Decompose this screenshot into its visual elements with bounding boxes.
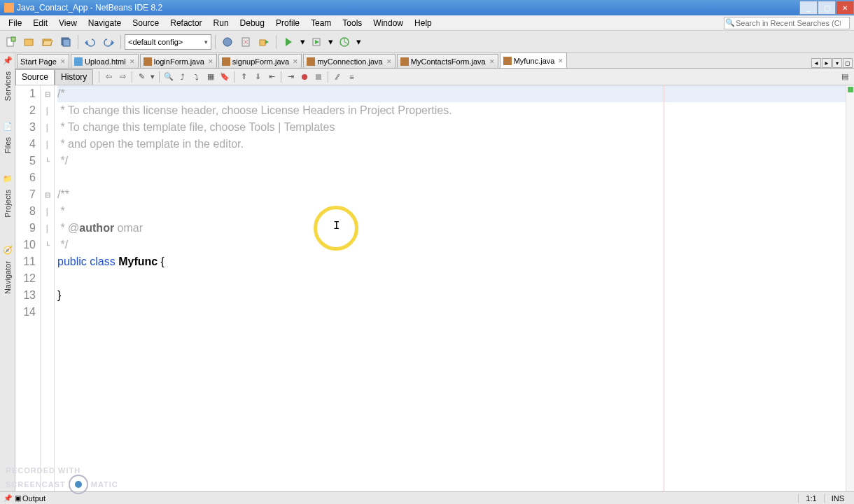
profile-button[interactable]	[336, 34, 353, 50]
output-pin-icon[interactable]: 📌	[3, 494, 13, 503]
source-tab[interactable]: Source	[15, 69, 55, 85]
run-button[interactable]	[280, 34, 297, 50]
tab-signupform[interactable]: signupForm.java ✕	[218, 54, 302, 68]
toggle-bookmark-button[interactable]: 🔖	[218, 71, 231, 83]
fold-gutter[interactable]: ⊟│││└⊟││└	[41, 85, 55, 491]
macro-stop-button[interactable]	[312, 71, 325, 83]
tab-label: Upload.html	[85, 57, 126, 66]
build-button[interactable]	[219, 34, 236, 50]
menu-edit[interactable]: Edit	[27, 17, 53, 29]
open-button[interactable]	[39, 34, 56, 50]
svg-marker-10	[286, 38, 292, 46]
menu-debug[interactable]: Debug	[234, 17, 270, 29]
comment-button[interactable]: ⁄⁄	[331, 71, 344, 83]
pin-icon[interactable]: 📌	[2, 55, 13, 66]
menu-file[interactable]: File	[3, 17, 27, 29]
new-file-button[interactable]	[3, 34, 20, 50]
close-icon[interactable]: ✕	[489, 58, 495, 65]
close-button[interactable]: ✕	[836, 1, 854, 15]
shift-left-button[interactable]: ⇤	[265, 71, 278, 83]
code-editor[interactable]: 1234567891011121314 ⊟│││└⊟││└ /* * To ch…	[15, 85, 854, 491]
split-button[interactable]: ▤	[839, 71, 851, 83]
line-gutter: 1234567891011121314	[15, 85, 41, 491]
close-icon[interactable]: ✕	[293, 58, 298, 65]
menu-bar: File Edit View Navigate Source Refactor …	[0, 15, 854, 31]
config-combo[interactable]: <default config>	[125, 34, 211, 50]
clean-build-button[interactable]	[237, 34, 254, 50]
uncomment-button[interactable]: ≡	[345, 71, 358, 83]
close-icon[interactable]: ✕	[130, 58, 135, 65]
find-next-button[interactable]: ⤵	[190, 71, 203, 83]
menu-navigate[interactable]: Navigate	[83, 17, 127, 29]
save-all-button[interactable]	[57, 34, 74, 50]
menu-team[interactable]: Team	[305, 17, 337, 29]
tab-label: MyContactsForm.java	[411, 57, 486, 66]
nav-fwd-button[interactable]: ⇨	[116, 71, 129, 83]
search-recent[interactable]: 🔍	[724, 17, 850, 29]
tab-start-page[interactable]: Start Page ✕	[17, 54, 69, 68]
watermark-logo-icon	[69, 475, 88, 494]
menu-tools[interactable]: Tools	[337, 17, 368, 29]
tab-max-button[interactable]: ▢	[843, 58, 853, 68]
prev-bookmark-button[interactable]: ⇑	[237, 71, 250, 83]
next-bookmark-button[interactable]: ⇓	[251, 71, 264, 83]
find-sel-button[interactable]: 🔍	[162, 71, 175, 83]
new-project-button[interactable]	[21, 34, 38, 50]
close-icon[interactable]: ✕	[60, 58, 66, 65]
error-stripe[interactable]	[846, 85, 854, 491]
menu-profile[interactable]: Profile	[270, 17, 305, 29]
tab-nav: ◄ ► ▾ ▢	[811, 58, 854, 68]
debug-dropdown[interactable]: ▾	[326, 34, 335, 50]
search-input[interactable]	[736, 19, 841, 27]
svg-point-6	[223, 38, 232, 46]
redo-button[interactable]	[100, 34, 117, 50]
tab-scroll-right[interactable]: ►	[822, 58, 832, 68]
tab-list-button[interactable]: ▾	[832, 58, 842, 68]
rail-navigator[interactable]: Navigator	[4, 261, 12, 294]
minimize-button[interactable]: _	[799, 1, 818, 15]
debug-button[interactable]	[308, 34, 325, 50]
java-icon	[400, 57, 409, 66]
last-edit-dropdown[interactable]: ▾	[149, 71, 156, 83]
files-icon[interactable]: 📄	[2, 120, 13, 132]
toggle-highlight-button[interactable]: ▦	[204, 71, 217, 83]
undo-button[interactable]	[82, 34, 99, 50]
menu-source[interactable]: Source	[127, 17, 164, 29]
shift-right-button[interactable]: ⇥	[284, 71, 297, 83]
output-icon: ▣	[13, 494, 22, 503]
rail-services[interactable]: Services	[4, 71, 12, 101]
close-icon[interactable]: ✕	[386, 58, 392, 65]
svg-rect-8	[260, 40, 265, 46]
tab-myconnection[interactable]: myConnection.java ✕	[303, 54, 396, 68]
menu-help[interactable]: Help	[409, 17, 438, 29]
tab-upload-html[interactable]: Upload.html ✕	[71, 54, 139, 68]
close-icon[interactable]: ✕	[208, 58, 214, 65]
menu-refactor[interactable]: Refactor	[164, 17, 207, 29]
tab-myfunc[interactable]: Myfunc.java ✕	[500, 52, 568, 68]
macro-rec-button[interactable]	[298, 71, 311, 83]
navigator-icon[interactable]: 🧭	[2, 244, 13, 255]
nav-back-button[interactable]: ⇦	[102, 71, 115, 83]
menu-window[interactable]: Window	[368, 17, 409, 29]
rail-files[interactable]: Files	[4, 137, 12, 153]
projects-icon[interactable]: 📁	[2, 173, 13, 184]
tab-label: Start Page	[20, 57, 57, 66]
tab-loginform[interactable]: loginForm.java ✕	[140, 54, 217, 68]
tab-scroll-left[interactable]: ◄	[811, 58, 821, 68]
history-tab[interactable]: History	[55, 69, 93, 85]
maximize-button[interactable]: ▢	[818, 1, 836, 15]
watermark-line2b: MATIC	[91, 480, 118, 489]
run-project-button[interactable]	[255, 34, 272, 50]
close-icon[interactable]: ✕	[558, 57, 564, 64]
find-prev-button[interactable]: ⤴	[176, 71, 189, 83]
tab-mycontactsform[interactable]: MyContactsForm.java ✕	[397, 54, 498, 68]
code-content[interactable]: /* * To change this license header, choo…	[55, 85, 846, 491]
menu-run[interactable]: Run	[208, 17, 234, 29]
run-dropdown[interactable]: ▾	[298, 34, 307, 50]
output-label[interactable]: Output	[22, 494, 46, 503]
last-edit-button[interactable]: ✎	[135, 71, 148, 83]
rail-projects[interactable]: Projects	[4, 190, 12, 218]
profile-dropdown[interactable]: ▾	[354, 34, 363, 50]
window-title: Java_Contact_App - NetBeans IDE 8.2	[17, 3, 162, 13]
menu-view[interactable]: View	[53, 17, 83, 29]
